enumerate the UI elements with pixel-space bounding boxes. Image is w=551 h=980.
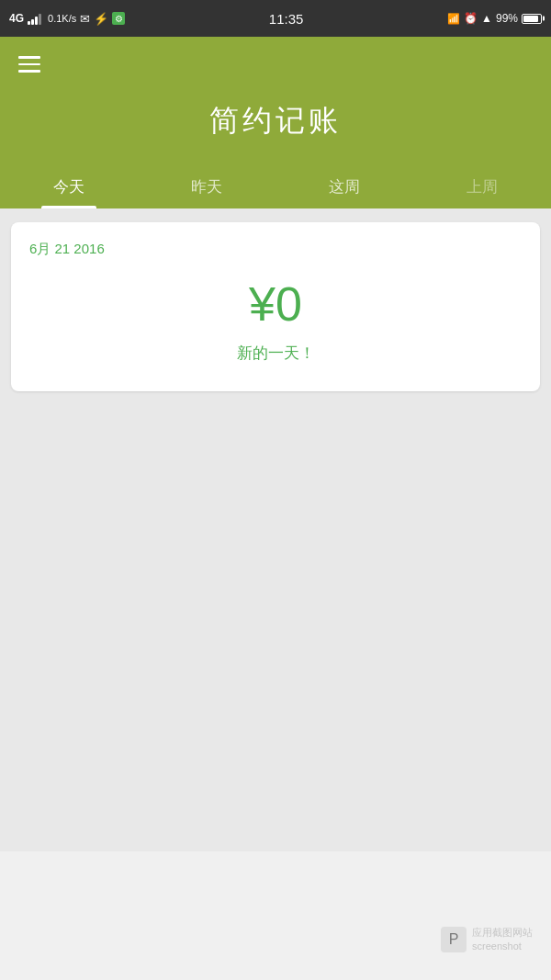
signal-bars: [28, 12, 41, 25]
battery-percent: 99%: [496, 12, 518, 25]
card-message: 新的一天！: [29, 343, 522, 364]
tab-lastweek[interactable]: 上周: [413, 169, 551, 208]
app-title: 简约记账: [0, 101, 551, 141]
menu-button[interactable]: [18, 56, 40, 73]
tabs-bar: 今天 昨天 这周 上周: [0, 160, 551, 208]
watermark-logo: P: [441, 927, 467, 952]
tab-thisweek[interactable]: 这周: [276, 169, 413, 208]
status-left: 4G 0.1K/s ✉ ⚡ ⚙: [9, 12, 125, 26]
day-card: 6月 21 2016 ¥0 新的一天！: [11, 222, 540, 391]
watermark-text: 应用截图网站screenshot: [472, 926, 533, 952]
app-header: 简约记账 今天 昨天 这周 上周: [0, 37, 551, 208]
tab-today[interactable]: 今天: [0, 169, 138, 208]
battery-indicator: [522, 14, 542, 24]
message-icon: ✉: [80, 12, 90, 26]
status-time: 11:35: [269, 11, 304, 27]
alarm-icon: ⏰: [464, 12, 478, 25]
content-area: 6月 21 2016 ¥0 新的一天！: [0, 208, 551, 851]
app-title-section: 简约记账: [0, 92, 551, 160]
sim-icon: 📶: [447, 13, 460, 25]
card-amount: ¥0: [29, 276, 522, 332]
network-type: 4G: [9, 12, 24, 25]
tab-yesterday[interactable]: 昨天: [138, 169, 276, 208]
watermark: P 应用截图网站screenshot: [441, 926, 533, 952]
wifi-icon: ▲: [481, 12, 492, 25]
status-right: 📶 ⏰ ▲ 99%: [447, 12, 542, 25]
card-date: 6月 21 2016: [29, 241, 522, 258]
toolbar: [0, 37, 551, 92]
network-speed: 0.1K/s: [48, 13, 76, 24]
usb-connected-icon: ⚙: [112, 12, 125, 25]
status-bar: 4G 0.1K/s ✉ ⚡ ⚙ 11:35 📶 ⏰ ▲ 99%: [0, 0, 551, 37]
usb-icon: ⚡: [94, 12, 108, 26]
